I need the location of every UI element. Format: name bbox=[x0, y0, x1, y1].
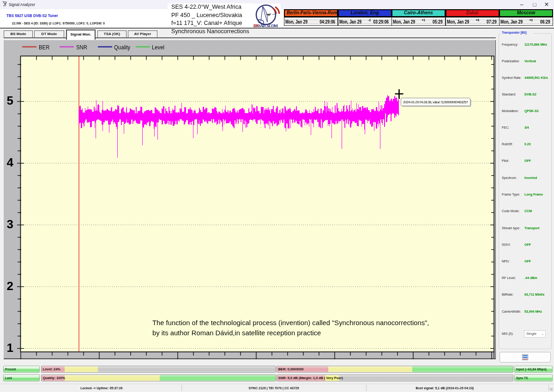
svg-text:1: 1 bbox=[7, 341, 13, 355]
svg-text:3: 3 bbox=[7, 217, 13, 231]
svg-text:The function of the technologi: The function of the technological proces… bbox=[152, 319, 429, 327]
svg-text:by its author Roman Dávid,in s: by its author Roman Dávid,in satellite r… bbox=[152, 329, 321, 337]
svg-text:DX: DX bbox=[253, 24, 259, 28]
svg-text:5: 5 bbox=[7, 94, 13, 107]
svg-text:4: 4 bbox=[7, 155, 14, 169]
svg-text:2024-01-29 04.28.36, value: 5,: 2024-01-29 04.28.36, value: 5,0999999046… bbox=[403, 100, 469, 104]
svg-text:2: 2 bbox=[7, 279, 13, 293]
